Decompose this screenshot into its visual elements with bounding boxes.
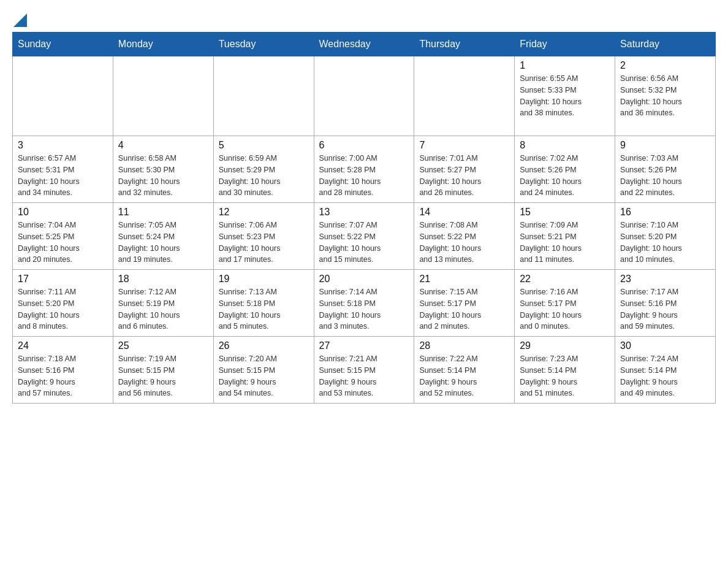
day-number: 9 xyxy=(620,140,710,151)
day-number: 10 xyxy=(18,207,108,218)
calendar-cell: 2Sunrise: 6:56 AM Sunset: 5:32 PM Daylig… xyxy=(615,56,716,136)
day-info: Sunrise: 7:01 AM Sunset: 5:27 PM Dayligh… xyxy=(419,153,509,199)
day-info: Sunrise: 7:02 AM Sunset: 5:26 PM Dayligh… xyxy=(520,153,610,199)
day-info: Sunrise: 7:10 AM Sunset: 5:20 PM Dayligh… xyxy=(620,220,710,266)
calendar-cell: 15Sunrise: 7:09 AM Sunset: 5:21 PM Dayli… xyxy=(515,203,615,270)
weekday-header-thursday: Thursday xyxy=(414,33,515,56)
calendar-cell: 25Sunrise: 7:19 AM Sunset: 5:15 PM Dayli… xyxy=(113,337,213,404)
weekday-header-tuesday: Tuesday xyxy=(213,33,314,56)
day-number: 18 xyxy=(118,274,208,285)
day-number: 12 xyxy=(219,207,309,218)
day-info: Sunrise: 7:17 AM Sunset: 5:16 PM Dayligh… xyxy=(620,286,710,332)
day-number: 5 xyxy=(219,140,309,151)
day-number: 8 xyxy=(520,140,610,151)
day-info: Sunrise: 7:08 AM Sunset: 5:22 PM Dayligh… xyxy=(419,220,509,266)
calendar-cell: 24Sunrise: 7:18 AM Sunset: 5:16 PM Dayli… xyxy=(13,337,113,404)
day-info: Sunrise: 6:57 AM Sunset: 5:31 PM Dayligh… xyxy=(18,153,108,199)
day-number: 6 xyxy=(319,140,409,151)
day-number: 11 xyxy=(118,207,208,218)
calendar-cell: 19Sunrise: 7:13 AM Sunset: 5:18 PM Dayli… xyxy=(213,270,314,337)
day-info: Sunrise: 7:20 AM Sunset: 5:15 PM Dayligh… xyxy=(219,353,309,399)
calendar-cell: 21Sunrise: 7:15 AM Sunset: 5:17 PM Dayli… xyxy=(414,270,515,337)
day-info: Sunrise: 7:06 AM Sunset: 5:23 PM Dayligh… xyxy=(219,220,309,266)
calendar-cell: 12Sunrise: 7:06 AM Sunset: 5:23 PM Dayli… xyxy=(213,203,314,270)
calendar-cell: 30Sunrise: 7:24 AM Sunset: 5:14 PM Dayli… xyxy=(615,337,716,404)
weekday-header-sunday: Sunday xyxy=(13,33,113,56)
calendar-cell: 4Sunrise: 6:58 AM Sunset: 5:30 PM Daylig… xyxy=(113,136,213,203)
day-number: 19 xyxy=(219,274,309,285)
calendar-cell: 11Sunrise: 7:05 AM Sunset: 5:24 PM Dayli… xyxy=(113,203,213,270)
day-number: 1 xyxy=(520,60,610,71)
calendar-cell: 27Sunrise: 7:21 AM Sunset: 5:15 PM Dayli… xyxy=(314,337,414,404)
calendar-cell: 10Sunrise: 7:04 AM Sunset: 5:25 PM Dayli… xyxy=(13,203,113,270)
calendar-cell: 16Sunrise: 7:10 AM Sunset: 5:20 PM Dayli… xyxy=(615,203,716,270)
day-number: 28 xyxy=(419,340,509,351)
day-number: 23 xyxy=(620,274,710,285)
day-info: Sunrise: 7:12 AM Sunset: 5:19 PM Dayligh… xyxy=(118,286,208,332)
calendar-cell: 14Sunrise: 7:08 AM Sunset: 5:22 PM Dayli… xyxy=(414,203,515,270)
day-number: 15 xyxy=(520,207,610,218)
calendar-cell: 23Sunrise: 7:17 AM Sunset: 5:16 PM Dayli… xyxy=(615,270,716,337)
day-info: Sunrise: 6:58 AM Sunset: 5:30 PM Dayligh… xyxy=(118,153,208,199)
day-info: Sunrise: 7:23 AM Sunset: 5:14 PM Dayligh… xyxy=(520,353,610,399)
calendar-cell: 6Sunrise: 7:00 AM Sunset: 5:28 PM Daylig… xyxy=(314,136,414,203)
day-info: Sunrise: 7:14 AM Sunset: 5:18 PM Dayligh… xyxy=(319,286,409,332)
weekday-header-wednesday: Wednesday xyxy=(314,33,414,56)
calendar-cell: 9Sunrise: 7:03 AM Sunset: 5:26 PM Daylig… xyxy=(615,136,716,203)
day-number: 7 xyxy=(419,140,509,151)
day-info: Sunrise: 7:22 AM Sunset: 5:14 PM Dayligh… xyxy=(419,353,509,399)
calendar-cell: 17Sunrise: 7:11 AM Sunset: 5:20 PM Dayli… xyxy=(13,270,113,337)
calendar-cell: 1Sunrise: 6:55 AM Sunset: 5:33 PM Daylig… xyxy=(515,56,615,136)
day-number: 20 xyxy=(319,274,409,285)
day-number: 16 xyxy=(620,207,710,218)
day-info: Sunrise: 7:04 AM Sunset: 5:25 PM Dayligh… xyxy=(18,220,108,266)
day-info: Sunrise: 6:55 AM Sunset: 5:33 PM Dayligh… xyxy=(520,73,610,119)
day-number: 21 xyxy=(419,274,509,285)
day-number: 25 xyxy=(118,340,208,351)
day-number: 30 xyxy=(620,340,710,351)
day-number: 29 xyxy=(520,340,610,351)
day-number: 24 xyxy=(18,340,108,351)
day-number: 4 xyxy=(118,140,208,151)
day-info: Sunrise: 7:24 AM Sunset: 5:14 PM Dayligh… xyxy=(620,353,710,399)
calendar-cell xyxy=(414,56,515,136)
calendar-week-3: 10Sunrise: 7:04 AM Sunset: 5:25 PM Dayli… xyxy=(13,203,716,270)
weekday-header-friday: Friday xyxy=(515,33,615,56)
day-info: Sunrise: 6:59 AM Sunset: 5:29 PM Dayligh… xyxy=(219,153,309,199)
day-number: 27 xyxy=(319,340,409,351)
day-info: Sunrise: 7:16 AM Sunset: 5:17 PM Dayligh… xyxy=(520,286,610,332)
day-info: Sunrise: 7:18 AM Sunset: 5:16 PM Dayligh… xyxy=(18,353,108,399)
calendar-cell: 20Sunrise: 7:14 AM Sunset: 5:18 PM Dayli… xyxy=(314,270,414,337)
day-info: Sunrise: 7:09 AM Sunset: 5:21 PM Dayligh… xyxy=(520,220,610,266)
day-info: Sunrise: 7:21 AM Sunset: 5:15 PM Dayligh… xyxy=(319,353,409,399)
day-number: 26 xyxy=(219,340,309,351)
day-number: 2 xyxy=(620,60,710,71)
calendar-cell xyxy=(314,56,414,136)
calendar-cell: 18Sunrise: 7:12 AM Sunset: 5:19 PM Dayli… xyxy=(113,270,213,337)
calendar-cell: 5Sunrise: 6:59 AM Sunset: 5:29 PM Daylig… xyxy=(213,136,314,203)
day-number: 3 xyxy=(18,140,108,151)
day-number: 14 xyxy=(419,207,509,218)
day-info: Sunrise: 7:19 AM Sunset: 5:15 PM Dayligh… xyxy=(118,353,208,399)
calendar-cell: 22Sunrise: 7:16 AM Sunset: 5:17 PM Dayli… xyxy=(515,270,615,337)
calendar-cell: 13Sunrise: 7:07 AM Sunset: 5:22 PM Dayli… xyxy=(314,203,414,270)
calendar-week-2: 3Sunrise: 6:57 AM Sunset: 5:31 PM Daylig… xyxy=(13,136,716,203)
day-info: Sunrise: 7:03 AM Sunset: 5:26 PM Dayligh… xyxy=(620,153,710,199)
logo xyxy=(12,12,27,26)
day-number: 13 xyxy=(319,207,409,218)
svg-marker-0 xyxy=(13,13,27,27)
calendar-cell: 29Sunrise: 7:23 AM Sunset: 5:14 PM Dayli… xyxy=(515,337,615,404)
weekday-header-saturday: Saturday xyxy=(615,33,716,56)
weekday-header-monday: Monday xyxy=(113,33,213,56)
calendar-cell: 8Sunrise: 7:02 AM Sunset: 5:26 PM Daylig… xyxy=(515,136,615,203)
day-info: Sunrise: 7:11 AM Sunset: 5:20 PM Dayligh… xyxy=(18,286,108,332)
calendar-cell: 26Sunrise: 7:20 AM Sunset: 5:15 PM Dayli… xyxy=(213,337,314,404)
day-info: Sunrise: 6:56 AM Sunset: 5:32 PM Dayligh… xyxy=(620,73,710,119)
calendar-cell: 28Sunrise: 7:22 AM Sunset: 5:14 PM Dayli… xyxy=(414,337,515,404)
day-info: Sunrise: 7:07 AM Sunset: 5:22 PM Dayligh… xyxy=(319,220,409,266)
calendar-cell: 7Sunrise: 7:01 AM Sunset: 5:27 PM Daylig… xyxy=(414,136,515,203)
calendar-table: SundayMondayTuesdayWednesdayThursdayFrid… xyxy=(12,32,716,404)
day-info: Sunrise: 7:00 AM Sunset: 5:28 PM Dayligh… xyxy=(319,153,409,199)
calendar-cell xyxy=(13,56,113,136)
day-info: Sunrise: 7:13 AM Sunset: 5:18 PM Dayligh… xyxy=(219,286,309,332)
